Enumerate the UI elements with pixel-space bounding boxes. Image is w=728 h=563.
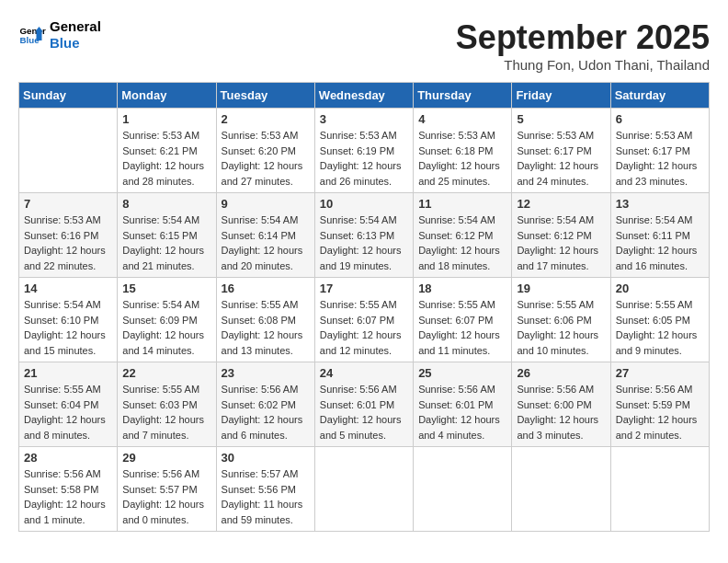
- calendar-cell: 7Sunrise: 5:53 AM Sunset: 6:16 PM Daylig…: [19, 193, 118, 278]
- day-info: Sunrise: 5:53 AM Sunset: 6:20 PM Dayligh…: [222, 128, 310, 189]
- day-number: 27: [616, 366, 704, 380]
- weekday-header: Friday: [512, 83, 610, 109]
- calendar-table: SundayMondayTuesdayWednesdayThursdayFrid…: [18, 82, 710, 532]
- day-info: Sunrise: 5:56 AM Sunset: 5:59 PM Dayligh…: [616, 382, 704, 442]
- day-number: 8: [122, 197, 210, 211]
- calendar-week-row: 1Sunrise: 5:53 AM Sunset: 6:21 PM Daylig…: [19, 109, 710, 193]
- logo-blue: Blue: [50, 35, 101, 52]
- calendar-cell: [610, 447, 709, 532]
- calendar-cell: [19, 109, 118, 193]
- day-info: Sunrise: 5:53 AM Sunset: 6:16 PM Dayligh…: [24, 213, 112, 273]
- day-info: Sunrise: 5:54 AM Sunset: 6:15 PM Dayligh…: [122, 213, 210, 273]
- day-number: 16: [222, 282, 310, 295]
- calendar-cell: 26Sunrise: 5:56 AM Sunset: 6:00 PM Dayli…: [512, 362, 610, 447]
- day-number: 14: [24, 282, 112, 295]
- day-info: Sunrise: 5:53 AM Sunset: 6:19 PM Dayligh…: [320, 128, 408, 189]
- calendar-cell: 2Sunrise: 5:53 AM Sunset: 6:20 PM Daylig…: [216, 109, 314, 193]
- day-number: 10: [320, 197, 408, 211]
- day-number: 5: [517, 112, 605, 126]
- weekday-header: Thursday: [414, 83, 512, 109]
- calendar-cell: 13Sunrise: 5:54 AM Sunset: 6:11 PM Dayli…: [610, 193, 709, 278]
- day-info: Sunrise: 5:55 AM Sunset: 6:06 PM Dayligh…: [517, 297, 605, 358]
- weekday-header: Saturday: [610, 83, 709, 109]
- weekday-header: Monday: [118, 83, 216, 109]
- calendar-cell: [314, 447, 413, 532]
- calendar-cell: 9Sunrise: 5:54 AM Sunset: 6:14 PM Daylig…: [216, 193, 314, 278]
- calendar-cell: 20Sunrise: 5:55 AM Sunset: 6:05 PM Dayli…: [610, 278, 709, 362]
- day-info: Sunrise: 5:55 AM Sunset: 6:03 PM Dayligh…: [122, 382, 210, 442]
- day-number: 13: [616, 197, 704, 211]
- calendar-cell: 16Sunrise: 5:55 AM Sunset: 6:08 PM Dayli…: [216, 278, 314, 362]
- svg-text:General: General: [20, 26, 47, 36]
- day-number: 21: [24, 366, 112, 380]
- logo-general: General: [50, 18, 101, 35]
- calendar-cell: 27Sunrise: 5:56 AM Sunset: 5:59 PM Dayli…: [610, 362, 709, 447]
- calendar-cell: 8Sunrise: 5:54 AM Sunset: 6:15 PM Daylig…: [118, 193, 216, 278]
- day-info: Sunrise: 5:56 AM Sunset: 6:00 PM Dayligh…: [517, 382, 605, 442]
- calendar-cell: 6Sunrise: 5:53 AM Sunset: 6:17 PM Daylig…: [610, 109, 709, 193]
- day-info: Sunrise: 5:54 AM Sunset: 6:14 PM Dayligh…: [222, 213, 310, 273]
- day-number: 6: [616, 112, 704, 126]
- day-number: 9: [222, 197, 310, 211]
- day-info: Sunrise: 5:54 AM Sunset: 6:12 PM Dayligh…: [517, 213, 605, 273]
- day-number: 12: [517, 197, 605, 211]
- calendar-cell: 24Sunrise: 5:56 AM Sunset: 6:01 PM Dayli…: [314, 362, 413, 447]
- day-number: 30: [222, 451, 310, 465]
- day-info: Sunrise: 5:53 AM Sunset: 6:21 PM Dayligh…: [122, 128, 210, 189]
- calendar-cell: 5Sunrise: 5:53 AM Sunset: 6:17 PM Daylig…: [512, 109, 610, 193]
- day-number: 28: [24, 451, 112, 465]
- header: General Blue General Blue September 2025…: [18, 18, 710, 73]
- day-number: 20: [616, 282, 704, 295]
- logo: General Blue General Blue: [18, 18, 101, 52]
- weekday-header: Sunday: [19, 83, 118, 109]
- logo-icon: General Blue: [18, 21, 46, 49]
- weekday-header-row: SundayMondayTuesdayWednesdayThursdayFrid…: [19, 83, 710, 109]
- month-title: September 2025: [456, 18, 710, 57]
- day-info: Sunrise: 5:56 AM Sunset: 6:01 PM Dayligh…: [418, 382, 506, 442]
- calendar-cell: 18Sunrise: 5:55 AM Sunset: 6:07 PM Dayli…: [414, 278, 512, 362]
- day-number: 24: [320, 366, 408, 380]
- day-info: Sunrise: 5:54 AM Sunset: 6:12 PM Dayligh…: [418, 213, 506, 273]
- calendar-cell: 1Sunrise: 5:53 AM Sunset: 6:21 PM Daylig…: [118, 109, 216, 193]
- calendar-cell: 22Sunrise: 5:55 AM Sunset: 6:03 PM Dayli…: [118, 362, 216, 447]
- day-info: Sunrise: 5:54 AM Sunset: 6:13 PM Dayligh…: [320, 213, 408, 273]
- day-number: 1: [122, 112, 210, 126]
- calendar-cell: 14Sunrise: 5:54 AM Sunset: 6:10 PM Dayli…: [19, 278, 118, 362]
- calendar-cell: 10Sunrise: 5:54 AM Sunset: 6:13 PM Dayli…: [314, 193, 413, 278]
- day-number: 22: [122, 366, 210, 380]
- calendar-cell: [512, 447, 610, 532]
- calendar-cell: 25Sunrise: 5:56 AM Sunset: 6:01 PM Dayli…: [414, 362, 512, 447]
- calendar-cell: 17Sunrise: 5:55 AM Sunset: 6:07 PM Dayli…: [314, 278, 413, 362]
- calendar-week-row: 21Sunrise: 5:55 AM Sunset: 6:04 PM Dayli…: [19, 362, 710, 447]
- calendar-week-row: 14Sunrise: 5:54 AM Sunset: 6:10 PM Dayli…: [19, 278, 710, 362]
- day-info: Sunrise: 5:55 AM Sunset: 6:04 PM Dayligh…: [24, 382, 112, 442]
- day-number: 15: [122, 282, 210, 295]
- calendar-cell: 12Sunrise: 5:54 AM Sunset: 6:12 PM Dayli…: [512, 193, 610, 278]
- calendar-cell: [414, 447, 512, 532]
- calendar-week-row: 7Sunrise: 5:53 AM Sunset: 6:16 PM Daylig…: [19, 193, 710, 278]
- title-area: September 2025 Thung Fon, Udon Thani, Th…: [456, 18, 710, 73]
- day-info: Sunrise: 5:54 AM Sunset: 6:09 PM Dayligh…: [122, 297, 210, 358]
- calendar-cell: 3Sunrise: 5:53 AM Sunset: 6:19 PM Daylig…: [314, 109, 413, 193]
- day-info: Sunrise: 5:56 AM Sunset: 5:57 PM Dayligh…: [122, 466, 210, 527]
- day-info: Sunrise: 5:55 AM Sunset: 6:08 PM Dayligh…: [222, 297, 310, 358]
- calendar-cell: 11Sunrise: 5:54 AM Sunset: 6:12 PM Dayli…: [414, 193, 512, 278]
- calendar-week-row: 28Sunrise: 5:56 AM Sunset: 5:58 PM Dayli…: [19, 447, 710, 532]
- day-number: 23: [222, 366, 310, 380]
- calendar-cell: 30Sunrise: 5:57 AM Sunset: 5:56 PM Dayli…: [216, 447, 314, 532]
- day-info: Sunrise: 5:56 AM Sunset: 5:58 PM Dayligh…: [24, 466, 112, 527]
- day-number: 29: [122, 451, 210, 465]
- calendar-cell: 4Sunrise: 5:53 AM Sunset: 6:18 PM Daylig…: [414, 109, 512, 193]
- day-number: 17: [320, 282, 408, 295]
- day-info: Sunrise: 5:54 AM Sunset: 6:10 PM Dayligh…: [24, 297, 112, 358]
- day-info: Sunrise: 5:53 AM Sunset: 6:17 PM Dayligh…: [616, 128, 704, 189]
- day-number: 2: [222, 112, 310, 126]
- calendar-cell: 21Sunrise: 5:55 AM Sunset: 6:04 PM Dayli…: [19, 362, 118, 447]
- weekday-header: Wednesday: [314, 83, 413, 109]
- calendar-cell: 29Sunrise: 5:56 AM Sunset: 5:57 PM Dayli…: [118, 447, 216, 532]
- calendar-cell: 23Sunrise: 5:56 AM Sunset: 6:02 PM Dayli…: [216, 362, 314, 447]
- day-info: Sunrise: 5:56 AM Sunset: 6:02 PM Dayligh…: [222, 382, 310, 442]
- day-info: Sunrise: 5:53 AM Sunset: 6:18 PM Dayligh…: [418, 128, 506, 189]
- day-number: 19: [517, 282, 605, 295]
- day-info: Sunrise: 5:53 AM Sunset: 6:17 PM Dayligh…: [517, 128, 605, 189]
